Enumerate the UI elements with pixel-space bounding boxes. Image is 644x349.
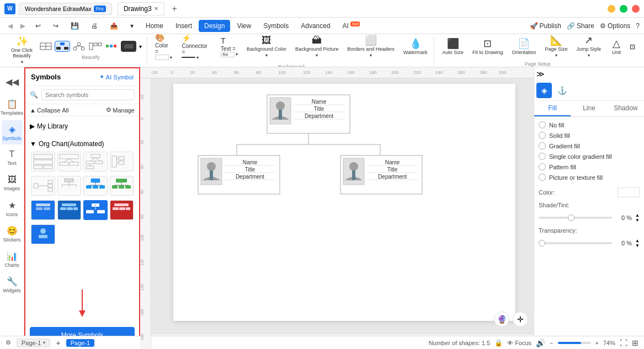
symbol-item-6[interactable]: [57, 176, 82, 196]
symbol-item-4[interactable]: [110, 152, 134, 171]
print-button[interactable]: 🖨: [86, 20, 103, 32]
fit-to-drawing-button[interactable]: ⊡ Fit to Drawing: [469, 35, 507, 59]
sound-button[interactable]: 🔊: [536, 339, 545, 347]
menu-symbols[interactable]: Symbols: [258, 20, 294, 32]
active-page-tab[interactable]: Page-1: [66, 339, 94, 347]
borders-dropdown[interactable]: ▾: [370, 53, 372, 58]
page-tab[interactable]: Page-1 ▾: [17, 339, 50, 347]
menu-ai[interactable]: AI hot: [337, 19, 366, 32]
bg-color-dropdown[interactable]: ▾: [265, 53, 268, 58]
layout-style-2[interactable]: [55, 41, 70, 52]
color-swatch-box[interactable]: [618, 187, 640, 197]
fill-option-gradient[interactable]: Gradient fill: [539, 142, 640, 149]
unit-button[interactable]: △ Unit: [606, 35, 626, 59]
focus-button[interactable]: 👁 Focus: [507, 340, 531, 346]
zoom-slider[interactable]: [558, 342, 591, 344]
layout-style-6[interactable]: [121, 41, 136, 52]
transparency-arrows[interactable]: ▲ ▼: [635, 238, 640, 248]
menu-advanced[interactable]: Advanced: [295, 20, 336, 32]
symbol-item-1[interactable]: [31, 152, 55, 171]
zoom-in-button[interactable]: +: [595, 340, 599, 346]
symbol-item-2[interactable]: [57, 152, 82, 171]
shade-arrows[interactable]: ▲ ▼: [635, 213, 640, 223]
shade-thumb[interactable]: [568, 214, 574, 221]
borders-headers-button[interactable]: ⬜ Borders and Headers ▾: [344, 35, 397, 59]
layout-style-1[interactable]: [38, 41, 54, 52]
auto-size-button[interactable]: ⬛ Auto Size: [439, 35, 467, 59]
symbol-item-5[interactable]: [31, 176, 55, 196]
my-library-header[interactable]: ▶ My Library: [30, 121, 135, 132]
menu-insert[interactable]: Insert: [170, 20, 198, 32]
share-button[interactable]: 🔗 Share: [567, 22, 594, 30]
layout-style-3[interactable]: [71, 41, 87, 52]
fill-option-solid[interactable]: Solid fill: [539, 132, 640, 139]
background-color-button[interactable]: 🎨 Color = ▾: [152, 34, 176, 62]
move-button[interactable]: ✛: [513, 312, 528, 327]
orientation-button[interactable]: 📄 Orientation: [508, 35, 539, 59]
maximize-button[interactable]: [620, 5, 627, 13]
tab-fill[interactable]: Fill: [534, 101, 571, 116]
menu-view[interactable]: View: [231, 20, 257, 32]
sidebar-item-widgets[interactable]: 🔧 Widgets: [2, 272, 23, 297]
options-button[interactable]: ⚙ Options: [600, 22, 630, 30]
zoom-out-button[interactable]: −: [550, 340, 553, 346]
export-button[interactable]: 📤: [104, 20, 124, 32]
sidebar-item-stickers[interactable]: 😊 Stickers: [2, 222, 23, 246]
close-button[interactable]: [632, 5, 640, 13]
watermark-button[interactable]: 💧 Watermark: [400, 35, 431, 59]
settings-button[interactable]: ⚙: [6, 339, 11, 346]
symbol-item-10[interactable]: [57, 200, 82, 220]
anchor-icon-button[interactable]: ⚓: [554, 83, 570, 98]
magic-button[interactable]: 🔮: [494, 312, 509, 327]
jump-style-button[interactable]: ↗ Jump Style ▾: [573, 35, 604, 59]
sidebar-item-templates[interactable]: 📋 Templates: [2, 95, 23, 119]
ai-symbol-button[interactable]: ✦ AI Symbol: [99, 73, 134, 80]
transparency-slider[interactable]: [539, 242, 612, 244]
symbol-item-12[interactable]: [110, 200, 134, 220]
page-dropdown[interactable]: ▾: [43, 340, 45, 345]
fill-option-none[interactable]: No fill: [539, 121, 640, 128]
sidebar-item-icons[interactable]: ★ Icons: [2, 196, 23, 221]
dropdown-arrow[interactable]: ▾: [125, 20, 139, 32]
save-button[interactable]: 💾: [65, 20, 84, 32]
symbol-item-3[interactable]: [83, 152, 108, 171]
menu-design[interactable]: Design: [199, 20, 230, 32]
tab-line[interactable]: Line: [571, 101, 607, 116]
fill-option-single-gradient[interactable]: Single color gradient fill: [539, 153, 640, 160]
layout-button[interactable]: ⊞: [632, 339, 638, 347]
expand-right-button[interactable]: ≫: [536, 69, 545, 78]
fullscreen-button[interactable]: ⛶: [620, 339, 627, 347]
help-button[interactable]: ?: [636, 22, 640, 30]
drawing-tab[interactable]: Drawing3 ✕: [118, 2, 164, 15]
fill-icon-button[interactable]: ◈: [536, 83, 552, 98]
transparency-thumb[interactable]: [539, 240, 545, 246]
collapse-all-button[interactable]: ▲ Collapse All: [30, 107, 68, 114]
tab-close-icon[interactable]: ✕: [154, 6, 158, 12]
sidebar-collapse-button[interactable]: ◀◀: [2, 69, 23, 94]
undo-button[interactable]: ↩: [30, 20, 46, 32]
background-color-main-button[interactable]: 🖼 Background Color ▾: [243, 35, 290, 59]
sidebar-item-text[interactable]: T Text: [2, 146, 23, 170]
symbol-item-8[interactable]: [110, 176, 134, 196]
page-size-button[interactable]: 📐 Page Size ▾: [541, 35, 571, 59]
new-tab-button[interactable]: +: [168, 2, 182, 16]
nav-back-icon[interactable]: ◀: [4, 21, 16, 31]
layout-style-4[interactable]: [88, 41, 103, 52]
sidebar-item-images[interactable]: 🖼 Images: [2, 171, 23, 195]
layout-style-5[interactable]: [104, 41, 120, 52]
fill-option-picture[interactable]: Picture or texture fill: [539, 174, 640, 181]
add-page-button[interactable]: +: [56, 339, 60, 347]
background-picture-button[interactable]: 🏔 Background Picture ▾: [292, 35, 342, 59]
minimize-button[interactable]: [608, 5, 615, 13]
tab-shadow[interactable]: Shadow: [608, 101, 644, 116]
symbol-item-7[interactable]: [83, 176, 108, 196]
one-click-beautify-button[interactable]: ✨ One ClickBeautify ▾: [8, 39, 36, 63]
symbol-item-13[interactable]: [31, 224, 55, 244]
shade-slider[interactable]: [539, 217, 612, 219]
bg-picture-dropdown[interactable]: ▾: [316, 53, 318, 58]
publish-button[interactable]: 🚀 Publish: [530, 22, 561, 30]
search-input[interactable]: [41, 89, 135, 100]
sidebar-item-symbols[interactable]: ◈ Symbols: [2, 120, 23, 144]
manage-button[interactable]: ⚙ Manage: [106, 106, 135, 114]
sidebar-item-charts[interactable]: 📊 Charts: [2, 247, 23, 271]
